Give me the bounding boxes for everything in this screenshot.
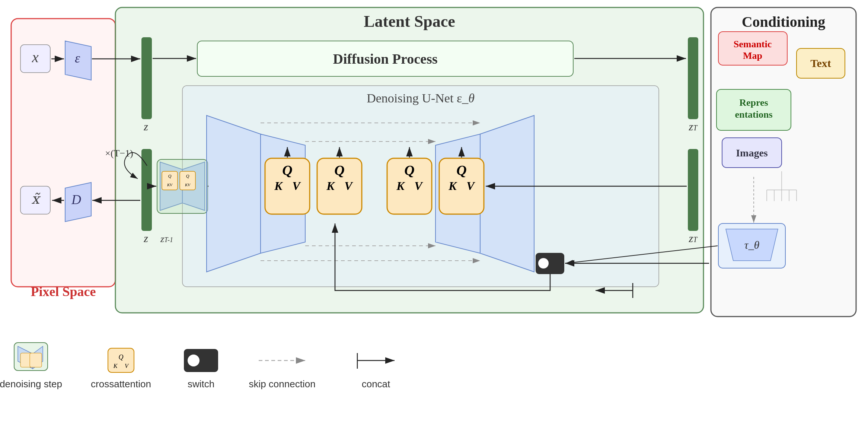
svg-rect-51 [317, 158, 362, 214]
svg-text:D: D [71, 192, 81, 207]
svg-text:Q: Q [456, 162, 466, 178]
svg-text:V: V [466, 179, 475, 193]
svg-rect-72 [536, 253, 564, 274]
svg-rect-15 [688, 37, 698, 119]
svg-text:K: K [448, 179, 457, 193]
svg-text:KV: KV [185, 182, 191, 187]
svg-marker-45 [435, 134, 480, 253]
svg-rect-5 [115, 7, 703, 313]
svg-rect-108 [30, 353, 42, 367]
svg-text:K: K [274, 179, 283, 193]
svg-text:Images: Images [736, 147, 768, 159]
svg-rect-81 [718, 32, 787, 65]
svg-rect-21 [20, 45, 50, 73]
svg-rect-98 [718, 223, 785, 268]
svg-text:V: V [344, 179, 353, 193]
svg-rect-55 [387, 158, 432, 214]
svg-overlay: Latent Space Diffusion Process Denoising… [0, 0, 868, 432]
svg-text:Latent Space: Latent Space [364, 12, 455, 31]
svg-text:ε: ε [75, 51, 80, 66]
svg-text:Q: Q [334, 162, 344, 178]
svg-marker-46 [480, 115, 534, 272]
svg-marker-105 [18, 346, 33, 369]
diagram-container: Latent Space Diffusion Process Denoising… [0, 0, 868, 432]
svg-text:×(T−1): ×(T−1) [105, 148, 133, 159]
svg-text:Diffusion Process: Diffusion Process [333, 51, 437, 67]
svg-marker-99 [726, 229, 778, 261]
svg-text:V: V [292, 179, 301, 193]
svg-text:Map: Map [743, 50, 762, 61]
svg-text:skip connection: skip connection [249, 378, 315, 390]
svg-rect-84 [797, 48, 845, 78]
svg-marker-27 [65, 182, 91, 222]
svg-text:Repres: Repres [739, 97, 768, 108]
svg-text:τ_θ: τ_θ [744, 239, 760, 251]
svg-marker-106 [33, 346, 43, 369]
svg-marker-44 [261, 134, 305, 253]
svg-point-116 [188, 355, 200, 366]
svg-text:concat: concat [362, 378, 390, 390]
svg-text:Conditioning: Conditioning [742, 13, 826, 30]
svg-rect-104 [14, 343, 48, 371]
svg-text:Q: Q [404, 162, 414, 178]
svg-rect-79 [711, 7, 856, 317]
svg-text:Pixel Space: Pixel Space [31, 284, 96, 299]
svg-rect-115 [184, 349, 218, 372]
svg-rect-86 [717, 89, 791, 130]
svg-text:V: V [414, 179, 423, 193]
svg-rect-59 [439, 158, 484, 214]
svg-text:Q: Q [186, 174, 189, 179]
svg-marker-25 [65, 41, 91, 80]
svg-rect-110 [108, 348, 134, 372]
svg-text:Denoising U-Net ε_θ: Denoising U-Net ε_θ [367, 91, 475, 105]
svg-rect-4 [11, 19, 115, 287]
svg-rect-89 [722, 138, 782, 168]
svg-text:x̃: x̃ [31, 191, 41, 207]
svg-text:zT: zT [689, 232, 698, 244]
svg-text:Q: Q [119, 353, 124, 361]
svg-text:V: V [125, 363, 129, 369]
svg-text:z: z [143, 120, 148, 133]
svg-text:entations: entations [735, 109, 772, 120]
svg-rect-11 [182, 86, 659, 287]
svg-rect-47 [265, 158, 310, 214]
svg-text:crossattention: crossattention [91, 378, 151, 390]
svg-text:KV: KV [167, 182, 173, 187]
svg-text:switch: switch [188, 378, 214, 390]
svg-rect-14 [141, 149, 152, 231]
svg-marker-33 [160, 162, 182, 210]
svg-text:denoising step: denoising step [0, 378, 62, 390]
svg-rect-107 [20, 353, 32, 367]
svg-rect-35 [157, 159, 208, 213]
svg-marker-34 [182, 162, 205, 210]
svg-rect-7 [197, 41, 573, 76]
svg-text:Text: Text [810, 57, 831, 69]
svg-text:z: z [143, 232, 148, 244]
svg-rect-39 [180, 171, 195, 190]
svg-text:x: x [32, 49, 39, 66]
svg-marker-43 [207, 115, 261, 272]
svg-point-73 [538, 258, 549, 269]
svg-text:K: K [326, 179, 335, 193]
svg-text:zT-1: zT-1 [160, 234, 173, 244]
svg-line-101 [566, 246, 718, 263]
svg-text:Q: Q [282, 162, 292, 178]
svg-rect-23 [20, 186, 50, 214]
svg-rect-36 [162, 171, 178, 190]
svg-rect-16 [688, 149, 698, 231]
svg-rect-13 [141, 37, 152, 119]
svg-text:K: K [113, 363, 118, 369]
svg-text:Semantic: Semantic [734, 39, 772, 50]
svg-text:K: K [396, 179, 405, 193]
svg-text:Q: Q [168, 174, 172, 179]
svg-text:zT: zT [689, 120, 698, 133]
